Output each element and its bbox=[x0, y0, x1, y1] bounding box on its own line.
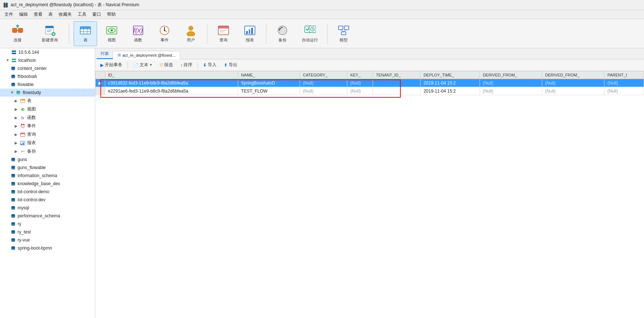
table-row[interactable]: ▶ c391d632-fed3-11e9-b8c9-f8a2d6bfea5a S… bbox=[96, 79, 644, 87]
sidebar-item-ry-vue[interactable]: ry-vue bbox=[0, 236, 95, 244]
sidebar-item-flowstudy-query[interactable]: ▶ 查询 bbox=[0, 130, 95, 139]
db-icon-lcdev bbox=[10, 197, 16, 203]
menu-table[interactable]: 表 bbox=[45, 11, 56, 18]
sidebar-item-lot-control-demo[interactable]: lot-control-demo bbox=[0, 188, 95, 196]
toolbar-event[interactable]: 事件 bbox=[153, 21, 176, 46]
svg-rect-50 bbox=[12, 59, 16, 60]
chevron-view: ▶ bbox=[15, 107, 19, 112]
col-header-category[interactable]: CATEGORY_ bbox=[300, 71, 347, 79]
menu-help[interactable]: 帮助 bbox=[104, 11, 119, 18]
cell-derived-from2-2: (Null) bbox=[542, 87, 604, 95]
sidebar-item-guns-flowable[interactable]: guns_flowable bbox=[0, 164, 95, 172]
col-header-key[interactable]: KEY_ bbox=[347, 71, 373, 79]
sidebar-item-knowledge[interactable]: knowledge_base_dev bbox=[0, 180, 95, 188]
sidebar-item-flowstudy-event[interactable]: ▶ ⏰ 事件 bbox=[0, 122, 95, 130]
toolbar-new-query[interactable]: 新建查询 bbox=[35, 21, 64, 46]
btn-sort[interactable]: ↕ 排序 bbox=[177, 60, 195, 70]
svg-point-3 bbox=[16, 25, 19, 27]
cell-parent-i-2: (Null) bbox=[604, 87, 644, 95]
col-header-name[interactable]: NAME_ bbox=[238, 71, 300, 79]
btn-import[interactable]: ⬇ 导入 bbox=[200, 60, 219, 70]
toolbar-table-label: 表 bbox=[84, 37, 88, 43]
svg-rect-43 bbox=[338, 26, 343, 30]
sidebar-item-flowstudy[interactable]: ▼ flowstudy bbox=[0, 89, 95, 97]
toolbar-user[interactable]: 用户 bbox=[179, 21, 203, 46]
menu-view[interactable]: 查看 bbox=[31, 11, 45, 18]
toolbar-autorun[interactable]: 自动运行 bbox=[297, 21, 323, 46]
export-icon: ⬆ bbox=[224, 63, 227, 68]
menu-window[interactable]: 窗口 bbox=[89, 11, 104, 18]
toolbar-table[interactable]: 表 bbox=[74, 21, 97, 46]
app-icon: 🗄️ bbox=[3, 3, 8, 8]
tab-objects[interactable]: 对象 bbox=[97, 49, 113, 59]
svg-point-100 bbox=[11, 224, 15, 226]
toolbar-report[interactable]: 报表 bbox=[238, 21, 262, 46]
db-icon-ryt bbox=[10, 229, 16, 235]
sidebar-item-fhbootva6[interactable]: fhbootva6 bbox=[0, 72, 95, 81]
sidebar-item-flowstudy-backup[interactable]: ▶ ↩ 备份 bbox=[0, 147, 95, 156]
toolbar-sep-1 bbox=[69, 23, 69, 44]
sidebar-item-content-center[interactable]: content_center bbox=[0, 64, 95, 72]
sidebar-item-ry-test[interactable]: ry_test bbox=[0, 228, 95, 236]
menu-tools[interactable]: 工具 bbox=[75, 11, 89, 18]
sidebar-item-flowstudy-table[interactable]: ▶ 表 bbox=[0, 97, 95, 105]
sidebar-item-lot-control-dev[interactable]: lot-control-dev bbox=[0, 196, 95, 204]
toolbar-connect[interactable]: 连接 bbox=[3, 21, 32, 46]
btn-begin-transaction[interactable]: ▶ 开始事务 bbox=[97, 60, 125, 70]
menu-file[interactable]: 文件 bbox=[1, 11, 16, 18]
col-header-parent-i[interactable]: PARENT_I bbox=[604, 71, 644, 79]
col-header-deploy-time[interactable]: DEPLOY_TIME_ bbox=[421, 71, 480, 79]
sidebar-item-performance-schema[interactable]: performance_schema bbox=[0, 212, 95, 220]
chevron-query: ▶ bbox=[15, 132, 19, 137]
tab-act-re-deployment[interactable]: ⊞ act_re_deployment @flowst... bbox=[113, 51, 180, 59]
menu-edit[interactable]: 编辑 bbox=[16, 11, 31, 18]
sidebar-item-localhost[interactable]: ▼ localhost bbox=[0, 56, 95, 64]
svg-point-63 bbox=[16, 93, 20, 94]
row-indicator-1: ▶ bbox=[96, 79, 105, 87]
chevron-func: ▶ bbox=[15, 116, 19, 120]
db-icon-guns bbox=[10, 157, 16, 162]
toolbar-sep-3 bbox=[266, 23, 266, 44]
toolbar-backup[interactable]: 备份 bbox=[271, 21, 294, 46]
toolbar-view-label: 视图 bbox=[108, 37, 116, 43]
text-icon: 📄 bbox=[133, 63, 138, 68]
toolbar-model[interactable]: 模型 bbox=[332, 21, 355, 46]
sidebar-item-flowable[interactable]: flowable bbox=[0, 81, 95, 89]
btn-text[interactable]: 📄 文本 ▼ bbox=[130, 60, 155, 70]
main-layout: 10.5.6.144 ▼ localhost content_center fh… bbox=[0, 48, 644, 318]
table-toolbar: ▶ 开始事务 📄 文本 ▼ ▽ 筛选 ↕ 排序 ⬇ 导入 bbox=[95, 59, 644, 71]
data-table-wrapper: ID_ NAME_ CATEGORY_ KEY_ TENANT_ID_ DEPL… bbox=[95, 71, 644, 318]
sidebar-item-guns[interactable]: guns bbox=[0, 156, 95, 164]
menu-favorites[interactable]: 收藏夹 bbox=[56, 11, 75, 18]
report-icon-sidebar bbox=[20, 140, 26, 146]
toolbar-view[interactable]: 视图 bbox=[100, 21, 123, 46]
query-icon bbox=[218, 25, 229, 36]
btn-export[interactable]: ⬆ 导出 bbox=[221, 60, 240, 70]
sidebar-item-spring-boot-bpmn[interactable]: spring-boot-bpmn bbox=[0, 244, 95, 252]
col-header-id[interactable]: ID_ bbox=[105, 71, 238, 79]
db-icon-ryv bbox=[10, 237, 16, 243]
col-header-tenant-id[interactable]: TENANT_ID_ bbox=[373, 71, 421, 79]
sidebar-item-flowstudy-func[interactable]: ▶ fx 函数 bbox=[0, 113, 95, 122]
toolbar-event-label: 事件 bbox=[160, 37, 169, 43]
toolbar-function[interactable]: f(x) 函数 bbox=[126, 21, 150, 46]
btn-filter[interactable]: ▽ 筛选 bbox=[157, 60, 176, 70]
sidebar-item-mysql[interactable]: mysql bbox=[0, 204, 95, 212]
sidebar-item-flowstudy-report[interactable]: ▶ 报表 bbox=[0, 139, 95, 147]
title-bar: 🗄️ act_re_deployment @flowstudy (localho… bbox=[0, 0, 644, 10]
sidebar-item-flowstudy-view[interactable]: ▶ 视图 bbox=[0, 105, 95, 113]
sidebar-item-ry[interactable]: ry bbox=[0, 220, 95, 228]
server-green-icon bbox=[11, 57, 17, 63]
table-row[interactable]: e2291ae6-fed3-11e9-b8c9-f8a2d6bfea5a TES… bbox=[96, 87, 644, 95]
import-icon: ⬇ bbox=[203, 63, 207, 68]
db-icon-lcd bbox=[10, 189, 16, 195]
toolbar-query[interactable]: 查询 bbox=[212, 21, 235, 46]
col-header-derived-from-2[interactable]: DERIVED_FROM_ bbox=[542, 71, 604, 79]
cell-tenant-id-2 bbox=[373, 87, 421, 95]
cell-derived-from1-1: (Null) bbox=[480, 79, 542, 87]
sidebar-item-information-schema[interactable]: information_schema bbox=[0, 172, 95, 180]
cell-deploy-time-2: 2019-11-04 15:2 bbox=[421, 87, 480, 95]
svg-point-103 bbox=[11, 232, 15, 234]
col-header-derived-from-1[interactable]: DERIVED_FROM_ bbox=[480, 71, 542, 79]
sidebar-item-ip[interactable]: 10.5.6.144 bbox=[0, 48, 95, 56]
